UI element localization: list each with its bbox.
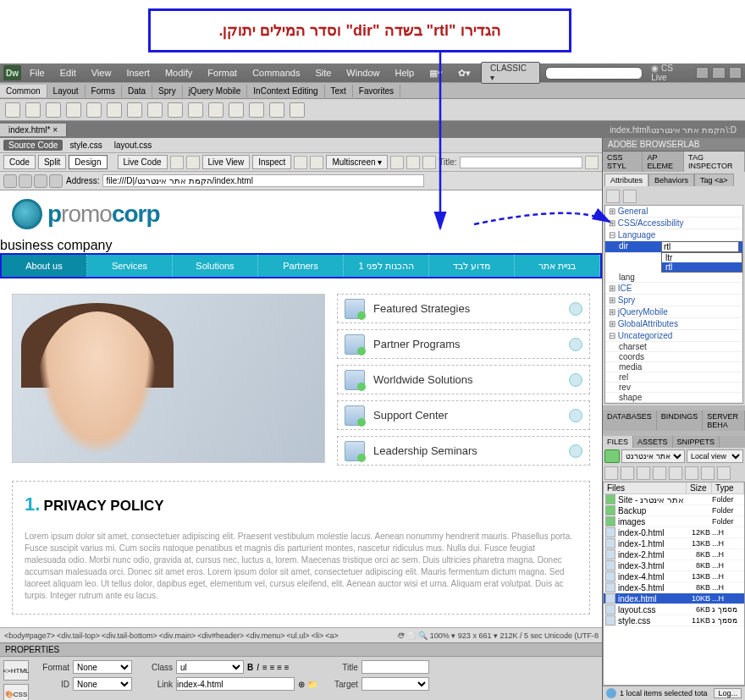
file-row[interactable]: index-0.html12KB...H	[604, 527, 744, 538]
feature-item[interactable]: Support Center	[337, 400, 590, 430]
file-row[interactable]: index.html10KB...H	[604, 593, 744, 604]
id-select[interactable]: None	[73, 677, 132, 691]
cat-language[interactable]: Language	[605, 229, 742, 241]
menu-help[interactable]: Help	[388, 66, 421, 80]
file-row[interactable]: index-3.html8KB...H	[604, 560, 744, 571]
menu-commands[interactable]: Commands	[246, 66, 306, 80]
tag-selector[interactable]: <body#page7><div.tail-top><div.tail-bott…	[3, 631, 397, 640]
files-tool-icon[interactable]	[621, 466, 634, 480]
insert-tab-jquery[interactable]: jQuery Mobile	[183, 85, 248, 97]
cat-general[interactable]: General	[605, 206, 742, 218]
title-input[interactable]	[460, 157, 582, 168]
file-row[interactable]: BackupFolder	[604, 505, 744, 516]
nav-item[interactable]: 1 ההכנות לפני	[344, 255, 429, 277]
class-select[interactable]: ul	[176, 660, 244, 674]
insert-tab-favorites[interactable]: Favorites	[353, 85, 400, 97]
ap-elements-tab[interactable]: AP ELEME	[643, 152, 684, 172]
source-code-tab[interactable]: Source Code	[3, 140, 63, 151]
prop-title-input[interactable]	[361, 660, 429, 674]
file-row[interactable]: imagesFolder	[604, 516, 744, 527]
feature-item[interactable]: Leadership Seminars	[337, 436, 590, 466]
snippets-tab[interactable]: SNIPPETS	[673, 436, 720, 448]
list-view-icon[interactable]	[623, 190, 637, 203]
minimize-button[interactable]	[696, 67, 709, 79]
menu-edit[interactable]: Edit	[53, 66, 83, 80]
attr-row[interactable]: shape	[605, 393, 742, 403]
split-view-button[interactable]: Split	[38, 155, 66, 169]
insert-tab-text[interactable]: Text	[325, 85, 353, 97]
nav-item[interactable]: Partners	[258, 255, 344, 277]
file-row[interactable]: index-5.html8KB...H	[604, 582, 744, 593]
feature-item[interactable]: Worldwide Solutions	[337, 365, 590, 394]
insert-tab-forms[interactable]: Forms	[86, 85, 122, 97]
toolbar-icon[interactable]	[170, 156, 184, 169]
file-row[interactable]: layout.css6KBמסמך ג	[604, 604, 744, 615]
attr-row[interactable]: rel	[605, 372, 742, 383]
insert-icon[interactable]	[229, 102, 244, 118]
design-view-button[interactable]: Design	[69, 155, 107, 169]
design-view[interactable]: promocorp business company About us Serv…	[0, 190, 602, 627]
files-tool-icon[interactable]	[653, 466, 666, 480]
insert-icon[interactable]	[290, 102, 305, 118]
files-tool-icon[interactable]	[685, 466, 698, 480]
insert-tab-common[interactable]: Common	[0, 85, 47, 97]
search-field[interactable]	[545, 67, 643, 80]
insert-icon[interactable]	[127, 102, 142, 118]
toolbar-icon[interactable]	[390, 156, 404, 169]
attr-lang[interactable]: lang	[605, 273, 742, 283]
tag-tab[interactable]: Tag <a>	[694, 174, 734, 186]
insert-icon[interactable]	[168, 102, 183, 118]
server-tab[interactable]: SERVER BEHA	[703, 411, 745, 431]
multiscreen-button[interactable]: Multiscreen ▾	[326, 155, 388, 169]
db-tab[interactable]: DATABASES	[603, 411, 657, 431]
insert-icon[interactable]	[249, 102, 264, 118]
toolbar-icon[interactable]	[422, 156, 436, 169]
bindings-tab[interactable]: BINDINGS	[657, 411, 704, 431]
inspect-button[interactable]: Inspect	[252, 155, 291, 169]
cat-global[interactable]: GlobalAttributes	[605, 318, 742, 330]
attr-row[interactable]: rev	[605, 383, 742, 393]
insert-icon[interactable]	[269, 102, 284, 118]
address-input[interactable]	[102, 174, 424, 187]
view-select[interactable]: Local view	[687, 449, 743, 463]
nav-item[interactable]: Solutions	[173, 255, 258, 277]
insert-tab-ice[interactable]: InContext Editing	[247, 85, 324, 97]
menu-window[interactable]: Window	[339, 66, 386, 80]
nav-back-icon[interactable]	[3, 174, 17, 188]
nav-item[interactable]: בניית אתר	[515, 255, 600, 277]
toolbar-icon[interactable]	[585, 156, 599, 169]
close-button[interactable]	[729, 67, 742, 79]
css-styles-tab[interactable]: CSS STYL	[603, 152, 643, 172]
file-row[interactable]: index-1.html13KB...H	[604, 538, 744, 549]
site-select[interactable]: אתר אינטרנט	[621, 449, 685, 463]
nav-refresh-icon[interactable]	[34, 174, 47, 188]
browserlab-panel[interactable]: ADOBE BROWSERLAB	[603, 138, 745, 152]
toolbar-icon[interactable]	[406, 156, 420, 169]
insert-icon[interactable]	[107, 102, 122, 118]
menu-site[interactable]: Site	[308, 66, 338, 80]
category-view-icon[interactable]	[606, 190, 620, 203]
dir-dropdown[interactable]: ltr rtl	[661, 252, 742, 273]
insert-icon[interactable]	[208, 102, 224, 118]
menu-insert[interactable]: Insert	[119, 66, 157, 80]
related-file[interactable]: style.css	[64, 140, 107, 151]
cs-live-button[interactable]: ◉ CS Live	[651, 63, 689, 82]
live-view-button[interactable]: Live View	[202, 155, 251, 169]
files-tool-icon[interactable]	[604, 466, 618, 480]
nav-fwd-icon[interactable]	[19, 174, 32, 188]
menu-modify[interactable]: Modify	[158, 66, 199, 80]
insert-tab-layout[interactable]: Layout	[47, 85, 86, 97]
cat-uncat[interactable]: Uncategorized	[605, 330, 742, 342]
attr-row[interactable]: charset	[605, 342, 742, 352]
attr-row[interactable]: coords	[605, 352, 742, 362]
related-file[interactable]: layout.css	[109, 140, 157, 151]
files-tool-icon[interactable]	[701, 466, 715, 480]
html-mode-button[interactable]: <> HTML	[3, 660, 29, 681]
code-view-button[interactable]: Code	[3, 155, 36, 169]
files-tab[interactable]: FILES	[603, 436, 633, 448]
insert-icon[interactable]	[147, 102, 163, 118]
cat-spry[interactable]: Spry	[605, 295, 742, 306]
file-row[interactable]: index-2.html8KB...H	[604, 549, 744, 560]
attributes-tab[interactable]: Attributes	[604, 174, 648, 186]
files-tool-icon[interactable]	[669, 466, 682, 480]
